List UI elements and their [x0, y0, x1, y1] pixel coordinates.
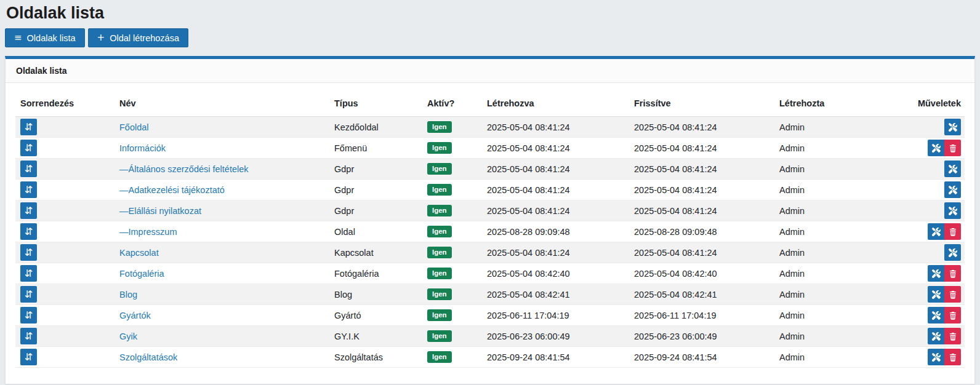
type-cell: Szolgáltatás	[329, 347, 422, 368]
actions-button-group	[944, 181, 961, 198]
page-name-link[interactable]: —Elállási nyilatkozat	[119, 206, 201, 216]
delete-button[interactable]	[944, 307, 961, 323]
active-badge: Igen	[427, 330, 452, 343]
plus-icon: +	[97, 33, 105, 42]
active-badge: Igen	[427, 268, 452, 280]
sort-handle-button[interactable]: ⇵	[20, 286, 37, 303]
delete-button[interactable]	[944, 349, 961, 365]
active-badge: Igen	[427, 288, 452, 301]
edit-button[interactable]	[928, 223, 944, 240]
screwdriver-wrench-icon	[932, 332, 941, 341]
page-name-link[interactable]: Gyártók	[119, 311, 151, 320]
page-name-link[interactable]: —Adatkezelési tájékoztató	[119, 185, 225, 195]
sort-handle-button[interactable]: ⇵	[20, 265, 37, 282]
page-name-link[interactable]: Főoldal	[119, 122, 149, 132]
name-cell: Fotógaléria	[114, 263, 329, 284]
edit-button[interactable]	[944, 202, 961, 219]
delete-button[interactable]	[944, 328, 961, 344]
table-row: ⇵ Kapcsolat Kapcsolat Igen 2025-05-04 08…	[15, 242, 965, 263]
actions-button-group	[928, 328, 961, 344]
trash-icon	[949, 290, 957, 299]
edit-button[interactable]	[928, 286, 944, 303]
panel-body: Sorrendezés Név Típus Aktív? Létrehozva …	[6, 83, 974, 384]
page-name-link[interactable]: Blog	[119, 290, 137, 300]
pages-list-button[interactable]: ≡ Oldalak lista	[5, 28, 85, 47]
edit-button[interactable]	[944, 119, 961, 135]
sort-cell: ⇵	[15, 221, 114, 242]
sort-cell: ⇵	[15, 159, 114, 180]
page-name-link[interactable]: Információk	[119, 143, 166, 153]
sort-handle-button[interactable]: ⇵	[20, 223, 37, 240]
actions-cell	[893, 138, 965, 159]
sort-handle-button[interactable]: ⇵	[20, 161, 37, 177]
updated-cell: 2025-05-04 08:41:24	[629, 200, 774, 221]
edit-button[interactable]	[928, 349, 944, 365]
panel-header: Oldalak lista	[6, 59, 974, 83]
author-cell: Admin	[774, 138, 893, 159]
screwdriver-wrench-icon	[949, 248, 957, 257]
actions-button-group	[928, 223, 961, 240]
delete-button[interactable]	[944, 265, 961, 282]
sort-arrows-icon: ⇵	[25, 309, 33, 321]
create-page-button[interactable]: + Oldal létrehozása	[88, 28, 188, 47]
active-badge: Igen	[427, 184, 452, 196]
page-name-link[interactable]: Kapcsolat	[119, 248, 159, 258]
active-badge: Igen	[427, 163, 452, 175]
active-cell: Igen	[422, 347, 482, 368]
edit-button[interactable]	[928, 307, 944, 323]
sort-cell: ⇵	[15, 242, 114, 263]
name-cell: —Általános szerződési feltételek	[114, 159, 329, 180]
table-row: ⇵ —Általános szerződési feltételek Gdpr …	[15, 159, 965, 180]
page-name-link[interactable]: —Általános szerződési feltételek	[119, 164, 249, 174]
sort-handle-button[interactable]: ⇵	[20, 140, 37, 156]
sort-handle-button[interactable]: ⇵	[20, 119, 37, 135]
created-cell: 2025-08-28 09:09:48	[482, 221, 629, 242]
sort-handle-button[interactable]: ⇵	[20, 244, 37, 261]
page-name-link[interactable]: —Impresszum	[119, 227, 177, 237]
author-cell: Admin	[774, 284, 893, 305]
trash-icon	[949, 144, 957, 153]
edit-button[interactable]	[944, 244, 961, 261]
delete-button[interactable]	[944, 140, 961, 156]
table-row: ⇵ Gyik GY.I.K Igen 2025-06-23 06:00:49 2…	[15, 326, 965, 347]
sort-handle-button[interactable]: ⇵	[20, 202, 37, 219]
sort-handle-button[interactable]: ⇵	[20, 328, 37, 344]
author-cell: Admin	[774, 117, 893, 138]
sort-handle-button[interactable]: ⇵	[20, 181, 37, 198]
active-cell: Igen	[422, 138, 482, 159]
delete-button[interactable]	[944, 223, 961, 240]
trash-icon	[949, 269, 957, 278]
actions-cell	[893, 347, 965, 368]
screwdriver-wrench-icon	[932, 311, 941, 320]
active-cell: Igen	[422, 263, 482, 284]
sort-handle-button[interactable]: ⇵	[20, 307, 37, 323]
edit-button[interactable]	[928, 328, 944, 344]
edit-button[interactable]	[944, 161, 961, 177]
screwdriver-wrench-icon	[949, 165, 957, 173]
table-row: ⇵ Gyártók Gyártó Igen 2025-06-11 17:04:1…	[15, 305, 965, 326]
updated-cell: 2025-06-11 17:04:19	[629, 305, 774, 326]
sort-arrows-icon: ⇵	[25, 184, 33, 196]
sort-cell: ⇵	[15, 284, 114, 305]
updated-cell: 2025-05-04 08:41:24	[629, 159, 774, 180]
table-row: ⇵ Információk Főmenü Igen 2025-05-04 08:…	[15, 138, 965, 159]
screwdriver-wrench-icon	[949, 186, 957, 194]
page-name-link[interactable]: Gyik	[119, 331, 137, 341]
actions-button-group	[928, 349, 961, 365]
sort-cell: ⇵	[15, 180, 114, 200]
trash-icon	[949, 332, 957, 341]
table-row: ⇵ Blog Blog Igen 2025-05-04 08:42:41 202…	[15, 284, 965, 305]
active-badge: Igen	[427, 121, 452, 133]
sort-handle-button[interactable]: ⇵	[20, 349, 37, 365]
edit-button[interactable]	[944, 181, 961, 198]
page-name-link[interactable]: Szolgáltatások	[119, 352, 177, 362]
screwdriver-wrench-icon	[932, 228, 941, 236]
delete-button[interactable]	[944, 286, 961, 303]
pages-panel: Oldalak lista Sorrendezés Név Típus Aktí…	[5, 56, 975, 384]
page-name-link[interactable]: Fotógaléria	[119, 269, 164, 279]
edit-button[interactable]	[928, 265, 944, 282]
actions-cell	[893, 221, 965, 242]
edit-button[interactable]	[928, 140, 944, 156]
created-cell: 2025-05-04 08:41:24	[482, 200, 629, 221]
active-badge: Igen	[427, 247, 452, 259]
